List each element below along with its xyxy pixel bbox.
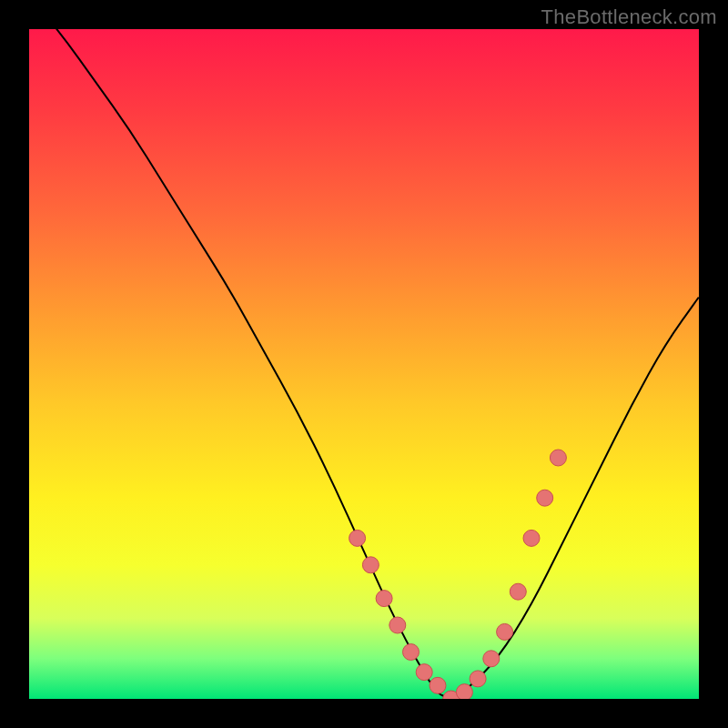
highlight-marker: [523, 530, 540, 546]
plot-area: [29, 29, 699, 699]
highlight-marker: [456, 684, 472, 699]
highlight-marker: [376, 591, 392, 607]
highlighted-points: [349, 450, 567, 699]
highlight-marker: [430, 677, 446, 693]
highlight-marker: [497, 623, 513, 640]
highlight-marker: [550, 450, 566, 466]
highlight-marker: [470, 671, 486, 687]
highlight-marker: [349, 530, 366, 546]
highlight-marker: [403, 644, 420, 661]
bottleneck-curve: [29, 29, 699, 697]
watermark-text: TheBottleneck.com: [541, 5, 717, 29]
highlight-marker: [416, 664, 432, 681]
highlight-marker: [537, 490, 553, 506]
chart-frame: TheBottleneck.com: [0, 0, 728, 728]
highlight-marker: [483, 651, 500, 667]
bottleneck-curve-svg: [29, 29, 699, 699]
highlight-marker: [362, 557, 379, 573]
highlight-marker: [510, 583, 526, 600]
highlight-marker: [389, 617, 406, 633]
